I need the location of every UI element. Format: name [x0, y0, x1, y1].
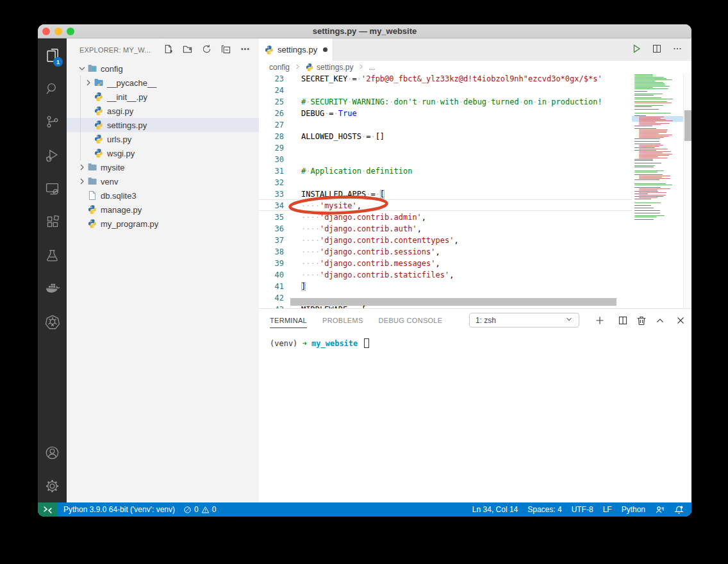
tree-item-mysite[interactable]: mysite [67, 160, 259, 174]
activitybar-testing[interactable] [38, 238, 67, 272]
activitybar-settings-gear[interactable] [38, 469, 67, 502]
refresh-icon[interactable] [202, 44, 211, 56]
new-file-icon[interactable] [163, 44, 173, 56]
code-line-36: 36····'django.contrib.auth', [259, 223, 691, 235]
close-panel-button[interactable] [675, 315, 686, 326]
minimap-line [634, 210, 660, 211]
minimap-line [634, 203, 661, 203]
panel-tab-terminal[interactable]: TERMINAL [270, 313, 307, 328]
panel-tab-problems[interactable]: PROBLEMS [322, 313, 363, 328]
terminal-shell-select[interactable]: 1: zsh [469, 313, 579, 328]
minimap-line [634, 106, 652, 107]
activitybar-explorer[interactable]: 1 [38, 38, 67, 72]
kill-terminal-button[interactable] [636, 315, 647, 326]
indentation-status[interactable]: Spaces: 4 [527, 505, 561, 514]
warning-count: 0 [212, 505, 217, 514]
chevron-spacer [83, 134, 94, 144]
python-interpreter-status[interactable]: Python 3.9.0 64-bit ('venv': venv) [63, 505, 175, 514]
line-number: 24 [259, 85, 284, 96]
zoom-window-button[interactable] [67, 28, 74, 35]
problems-status[interactable]: 00 [183, 505, 216, 514]
collapse-all-icon[interactable] [221, 44, 231, 56]
eol-status[interactable]: LF [603, 505, 612, 514]
cursor-position-status[interactable]: Ln 34, Col 14 [472, 505, 518, 514]
minimap-line [634, 219, 654, 220]
breadcrumb: configsettings.py... [259, 61, 691, 73]
language-mode-status[interactable]: Python [622, 505, 645, 514]
tree-item-manage-py[interactable]: manage.py [67, 203, 259, 217]
window-titlebar[interactable]: settings.py — my_website [38, 24, 691, 38]
horizontal-scrollbar[interactable] [290, 298, 616, 306]
tree-item-my-program-py[interactable]: my_program.py [67, 217, 259, 231]
file-tree: config__pycache____init__.pyasgi.pysetti… [67, 62, 259, 231]
code-editor[interactable]: 23SECRET_KEY·=·'2fpb@0_fbct&_ylz33kz@d!t… [259, 73, 691, 308]
tree-item-asgi-py[interactable]: asgi.py [67, 104, 259, 118]
line-number: 32 [259, 177, 284, 188]
tree-item-label: asgi.py [107, 106, 133, 116]
vertical-scrollbar[interactable] [683, 73, 691, 308]
tree-item--init-py[interactable]: __init__.py [67, 90, 259, 104]
activitybar-remote-explorer[interactable] [38, 172, 67, 205]
minimap-line [634, 103, 672, 103]
run-file-button[interactable] [631, 44, 641, 56]
activitybar-source-control[interactable] [38, 105, 67, 138]
bottom-panel: TERMINALPROBLEMSDEBUG CONSOLE1: zsh (ven… [259, 308, 691, 502]
notifications-bell-icon[interactable] [674, 505, 684, 515]
panel-tab-debug-console[interactable]: DEBUG CONSOLE [379, 313, 443, 328]
terminal-output[interactable]: (venv) ➜ my_website [259, 331, 691, 349]
activitybar-run-debug[interactable] [38, 138, 67, 172]
tree-item-urls-py[interactable]: urls.py [67, 132, 259, 146]
breadcrumb-item[interactable]: settings.py [317, 63, 353, 72]
new-folder-icon[interactable] [183, 44, 192, 56]
window-title: settings.py — my_website [38, 24, 691, 38]
tab-settings-py[interactable]: settings.py [259, 38, 333, 61]
minimize-window-button[interactable] [54, 28, 62, 35]
activitybar-account[interactable] [38, 436, 67, 469]
line-number: 41 [259, 281, 284, 292]
minimap-line [634, 99, 673, 99]
tree-item-db-sqlite3[interactable]: db.sqlite3 [67, 188, 259, 203]
scrollbar-thumb[interactable] [684, 110, 691, 141]
minimap-line [634, 205, 651, 206]
editor-more-actions[interactable] [672, 44, 682, 56]
status-bar: Python 3.9.0 64-bit ('venv': venv) 00 Ln… [38, 502, 691, 517]
line-number: 25 [259, 96, 284, 108]
minimap[interactable] [632, 73, 683, 308]
activitybar-search[interactable] [38, 72, 67, 105]
tree-item-venv[interactable]: venv [67, 174, 259, 188]
line-number: 29 [259, 142, 284, 154]
code-line-29: 29 [259, 142, 691, 154]
folder-config-icon [87, 63, 97, 74]
line-number: 26 [259, 108, 284, 119]
feedback-icon[interactable] [655, 505, 665, 515]
remote-indicator[interactable] [38, 502, 57, 517]
code-line-23: 23SECRET_KEY·=·'2fpb@0_fbct&_ylz33kz@d!t… [259, 73, 691, 85]
tree-item--pycache-[interactable]: __pycache__ [67, 76, 259, 90]
more-icon[interactable] [240, 44, 250, 56]
encoding-status[interactable]: UTF-8 [572, 505, 593, 514]
minimap-line [634, 208, 654, 208]
tree-item-wsgi-py[interactable]: wsgi.py [67, 146, 259, 160]
breadcrumb-item[interactable]: config [269, 63, 290, 72]
tree-item-settings-py[interactable]: settings.py [67, 118, 259, 132]
activitybar-extensions[interactable] [38, 205, 67, 238]
modified-dot-icon[interactable] [323, 47, 327, 52]
close-window-button[interactable] [42, 28, 50, 35]
breadcrumb-item[interactable]: ... [368, 63, 375, 72]
code-line-33: 33INSTALLED_APPS·=·[ [259, 188, 691, 200]
terminal-cursor [364, 338, 369, 348]
minimap-line [634, 160, 653, 161]
activitybar-docker[interactable] [38, 272, 67, 305]
new-terminal-button[interactable] [594, 315, 605, 326]
tree-item-config[interactable]: config [67, 62, 259, 76]
split-editor-button[interactable] [652, 44, 662, 56]
maximize-panel-button[interactable] [654, 315, 665, 326]
chevron-down-icon [77, 63, 87, 74]
activitybar-kubernetes[interactable] [38, 305, 67, 338]
code-line-25: 25#·SECURITY·WARNING:·don't·run·with·deb… [259, 96, 691, 108]
chevron-down-icon [565, 315, 574, 326]
tree-item-label: wsgi.py [107, 149, 135, 158]
split-terminal-button[interactable] [617, 315, 628, 326]
python-icon [94, 92, 104, 102]
minimap-line [634, 109, 659, 110]
